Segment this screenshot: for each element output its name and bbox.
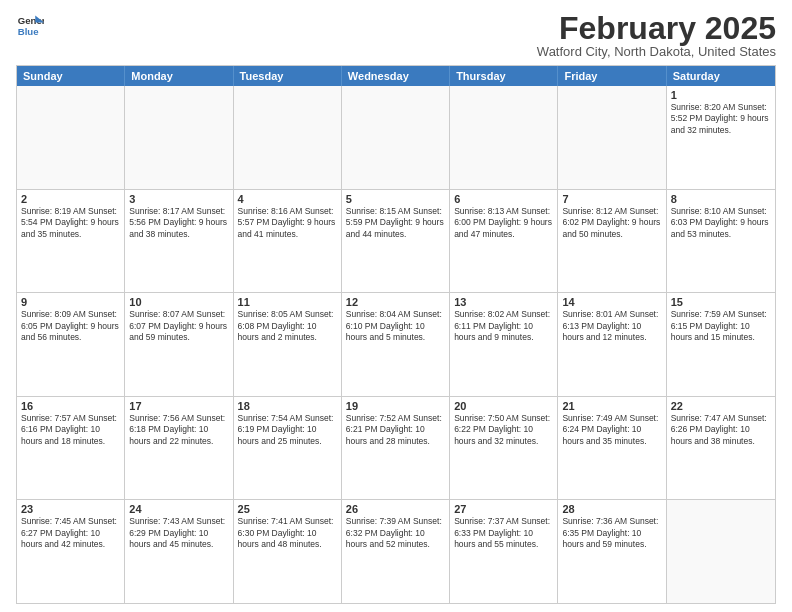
- logo: General Blue: [16, 12, 44, 40]
- day-info: Sunrise: 8:10 AM Sunset: 6:03 PM Dayligh…: [671, 206, 771, 240]
- calendar: SundayMondayTuesdayWednesdayThursdayFrid…: [16, 65, 776, 604]
- weekday-header: Wednesday: [342, 66, 450, 86]
- day-info: Sunrise: 7:52 AM Sunset: 6:21 PM Dayligh…: [346, 413, 445, 447]
- calendar-day-cell: 13Sunrise: 8:02 AM Sunset: 6:11 PM Dayli…: [450, 293, 558, 396]
- day-info: Sunrise: 7:39 AM Sunset: 6:32 PM Dayligh…: [346, 516, 445, 550]
- day-info: Sunrise: 7:57 AM Sunset: 6:16 PM Dayligh…: [21, 413, 120, 447]
- day-info: Sunrise: 7:36 AM Sunset: 6:35 PM Dayligh…: [562, 516, 661, 550]
- day-info: Sunrise: 8:05 AM Sunset: 6:08 PM Dayligh…: [238, 309, 337, 343]
- calendar-day-cell: 25Sunrise: 7:41 AM Sunset: 6:30 PM Dayli…: [234, 500, 342, 603]
- day-info: Sunrise: 7:43 AM Sunset: 6:29 PM Dayligh…: [129, 516, 228, 550]
- calendar-day-cell: 17Sunrise: 7:56 AM Sunset: 6:18 PM Dayli…: [125, 397, 233, 500]
- day-number: 7: [562, 193, 661, 205]
- day-number: 13: [454, 296, 553, 308]
- day-info: Sunrise: 7:49 AM Sunset: 6:24 PM Dayligh…: [562, 413, 661, 447]
- day-number: 4: [238, 193, 337, 205]
- calendar-row: 9Sunrise: 8:09 AM Sunset: 6:05 PM Daylig…: [17, 292, 775, 396]
- calendar-day-cell: 12Sunrise: 8:04 AM Sunset: 6:10 PM Dayli…: [342, 293, 450, 396]
- calendar-day-cell: 9Sunrise: 8:09 AM Sunset: 6:05 PM Daylig…: [17, 293, 125, 396]
- calendar-day-cell: 26Sunrise: 7:39 AM Sunset: 6:32 PM Dayli…: [342, 500, 450, 603]
- day-number: 22: [671, 400, 771, 412]
- day-number: 24: [129, 503, 228, 515]
- calendar-day-cell: 18Sunrise: 7:54 AM Sunset: 6:19 PM Dayli…: [234, 397, 342, 500]
- day-info: Sunrise: 8:02 AM Sunset: 6:11 PM Dayligh…: [454, 309, 553, 343]
- calendar-day-cell: 20Sunrise: 7:50 AM Sunset: 6:22 PM Dayli…: [450, 397, 558, 500]
- calendar-header: SundayMondayTuesdayWednesdayThursdayFrid…: [17, 66, 775, 86]
- empty-cell: [234, 86, 342, 189]
- calendar-row: 2Sunrise: 8:19 AM Sunset: 5:54 PM Daylig…: [17, 189, 775, 293]
- day-number: 8: [671, 193, 771, 205]
- title-section: February 2025 Watford City, North Dakota…: [537, 12, 776, 59]
- day-info: Sunrise: 8:07 AM Sunset: 6:07 PM Dayligh…: [129, 309, 228, 343]
- day-number: 16: [21, 400, 120, 412]
- day-number: 18: [238, 400, 337, 412]
- day-info: Sunrise: 8:04 AM Sunset: 6:10 PM Dayligh…: [346, 309, 445, 343]
- day-info: Sunrise: 8:13 AM Sunset: 6:00 PM Dayligh…: [454, 206, 553, 240]
- day-number: 28: [562, 503, 661, 515]
- day-number: 11: [238, 296, 337, 308]
- calendar-day-cell: 24Sunrise: 7:43 AM Sunset: 6:29 PM Dayli…: [125, 500, 233, 603]
- calendar-day-cell: 2Sunrise: 8:19 AM Sunset: 5:54 PM Daylig…: [17, 190, 125, 293]
- weekday-header: Thursday: [450, 66, 558, 86]
- weekday-header: Monday: [125, 66, 233, 86]
- day-number: 15: [671, 296, 771, 308]
- day-number: 25: [238, 503, 337, 515]
- calendar-row: 23Sunrise: 7:45 AM Sunset: 6:27 PM Dayli…: [17, 499, 775, 603]
- day-number: 17: [129, 400, 228, 412]
- day-info: Sunrise: 8:15 AM Sunset: 5:59 PM Dayligh…: [346, 206, 445, 240]
- day-number: 9: [21, 296, 120, 308]
- calendar-day-cell: 11Sunrise: 8:05 AM Sunset: 6:08 PM Dayli…: [234, 293, 342, 396]
- calendar-day-cell: 28Sunrise: 7:36 AM Sunset: 6:35 PM Dayli…: [558, 500, 666, 603]
- day-info: Sunrise: 7:45 AM Sunset: 6:27 PM Dayligh…: [21, 516, 120, 550]
- calendar-day-cell: 8Sunrise: 8:10 AM Sunset: 6:03 PM Daylig…: [667, 190, 775, 293]
- calendar-body: 1Sunrise: 8:20 AM Sunset: 5:52 PM Daylig…: [17, 86, 775, 603]
- day-info: Sunrise: 7:50 AM Sunset: 6:22 PM Dayligh…: [454, 413, 553, 447]
- day-info: Sunrise: 7:56 AM Sunset: 6:18 PM Dayligh…: [129, 413, 228, 447]
- day-number: 2: [21, 193, 120, 205]
- calendar-day-cell: 5Sunrise: 8:15 AM Sunset: 5:59 PM Daylig…: [342, 190, 450, 293]
- calendar-day-cell: 21Sunrise: 7:49 AM Sunset: 6:24 PM Dayli…: [558, 397, 666, 500]
- empty-cell: [558, 86, 666, 189]
- day-number: 10: [129, 296, 228, 308]
- svg-text:Blue: Blue: [18, 26, 39, 37]
- day-number: 5: [346, 193, 445, 205]
- empty-cell: [342, 86, 450, 189]
- calendar-day-cell: 19Sunrise: 7:52 AM Sunset: 6:21 PM Dayli…: [342, 397, 450, 500]
- empty-cell: [17, 86, 125, 189]
- day-number: 1: [671, 89, 771, 101]
- calendar-day-cell: 22Sunrise: 7:47 AM Sunset: 6:26 PM Dayli…: [667, 397, 775, 500]
- day-number: 23: [21, 503, 120, 515]
- day-info: Sunrise: 7:41 AM Sunset: 6:30 PM Dayligh…: [238, 516, 337, 550]
- weekday-header: Sunday: [17, 66, 125, 86]
- empty-cell: [125, 86, 233, 189]
- day-number: 3: [129, 193, 228, 205]
- calendar-day-cell: 16Sunrise: 7:57 AM Sunset: 6:16 PM Dayli…: [17, 397, 125, 500]
- day-number: 6: [454, 193, 553, 205]
- header: General Blue February 2025 Watford City,…: [16, 12, 776, 59]
- calendar-day-cell: 3Sunrise: 8:17 AM Sunset: 5:56 PM Daylig…: [125, 190, 233, 293]
- day-number: 26: [346, 503, 445, 515]
- calendar-day-cell: 6Sunrise: 8:13 AM Sunset: 6:00 PM Daylig…: [450, 190, 558, 293]
- calendar-row: 16Sunrise: 7:57 AM Sunset: 6:16 PM Dayli…: [17, 396, 775, 500]
- month-title: February 2025: [537, 12, 776, 44]
- calendar-day-cell: 23Sunrise: 7:45 AM Sunset: 6:27 PM Dayli…: [17, 500, 125, 603]
- weekday-header: Tuesday: [234, 66, 342, 86]
- location: Watford City, North Dakota, United State…: [537, 44, 776, 59]
- day-info: Sunrise: 7:59 AM Sunset: 6:15 PM Dayligh…: [671, 309, 771, 343]
- day-number: 12: [346, 296, 445, 308]
- day-info: Sunrise: 8:01 AM Sunset: 6:13 PM Dayligh…: [562, 309, 661, 343]
- weekday-header: Saturday: [667, 66, 775, 86]
- calendar-day-cell: 10Sunrise: 8:07 AM Sunset: 6:07 PM Dayli…: [125, 293, 233, 396]
- weekday-header: Friday: [558, 66, 666, 86]
- empty-cell: [450, 86, 558, 189]
- day-number: 20: [454, 400, 553, 412]
- day-number: 19: [346, 400, 445, 412]
- day-info: Sunrise: 8:09 AM Sunset: 6:05 PM Dayligh…: [21, 309, 120, 343]
- day-info: Sunrise: 8:16 AM Sunset: 5:57 PM Dayligh…: [238, 206, 337, 240]
- calendar-day-cell: 1Sunrise: 8:20 AM Sunset: 5:52 PM Daylig…: [667, 86, 775, 189]
- calendar-row: 1Sunrise: 8:20 AM Sunset: 5:52 PM Daylig…: [17, 86, 775, 189]
- day-info: Sunrise: 8:17 AM Sunset: 5:56 PM Dayligh…: [129, 206, 228, 240]
- day-number: 27: [454, 503, 553, 515]
- calendar-day-cell: 15Sunrise: 7:59 AM Sunset: 6:15 PM Dayli…: [667, 293, 775, 396]
- calendar-day-cell: 27Sunrise: 7:37 AM Sunset: 6:33 PM Dayli…: [450, 500, 558, 603]
